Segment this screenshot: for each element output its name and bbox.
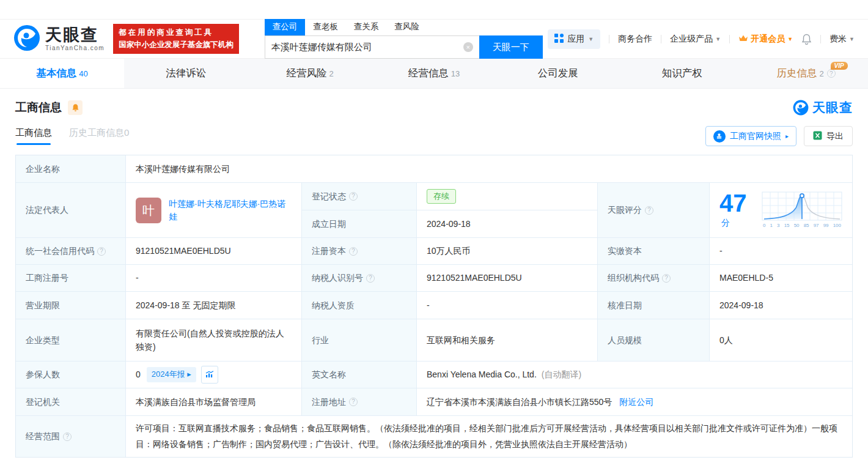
industry-value: 互联网和相关服务: [417, 319, 598, 362]
reg-authority-value: 本溪满族自治县市场监督管理局: [126, 388, 302, 416]
help-icon[interactable]: ?: [349, 398, 358, 406]
subscribe-bell-icon[interactable]: [68, 100, 83, 115]
main-content: 工商信息 天眼查 工商信息 历史工商信息0 工商官网快照 ▸ 导出: [0, 89, 868, 460]
address-value: 辽宁省本溪市本溪满族自治县小市镇长江路550号: [427, 395, 612, 409]
divider: [729, 35, 730, 43]
vip-badge: VIP: [831, 62, 848, 70]
promo-line1: 都在用的商业查询工具: [119, 27, 234, 39]
org-code-value: MAE0EHLD-5: [710, 265, 852, 292]
reg-number-value: -: [126, 265, 302, 292]
auto-translate-note: (自动翻译): [542, 368, 581, 381]
help-icon[interactable]: ?: [349, 247, 358, 256]
address-cell: 辽宁省本溪市本溪满族自治县小市镇长江路550号 附近公司: [417, 388, 852, 416]
menu-vip[interactable]: 开通会员 ▼: [738, 34, 793, 45]
reg-status-cell: 存续: [417, 183, 598, 210]
search-tab-boss[interactable]: 查老板: [305, 19, 346, 35]
search-button[interactable]: 天眼一下: [479, 35, 543, 59]
chevron-down-icon: ▼: [588, 36, 594, 42]
field-label-approval-date: 核准日期: [598, 292, 710, 319]
business-scope-label: 经营范围: [26, 429, 60, 443]
english-name-cell: Benxi Yelena Media Co., Ltd. (自动翻译): [417, 362, 852, 388]
excel-icon: [813, 131, 822, 142]
search-input[interactable]: [271, 42, 463, 53]
field-label-industry: 行业: [302, 319, 417, 362]
help-icon[interactable]: ?: [63, 432, 72, 441]
establish-date-value: 2024-09-18: [417, 210, 598, 238]
help-icon[interactable]: ?: [349, 192, 358, 201]
tab-count: 13: [451, 69, 460, 78]
business-info-table: 企业名称 本溪叶莲娜传媒有限公司 法定代表人 叶 叶莲娜·叶夫格尼耶夫娜·巴热诺…: [15, 155, 853, 458]
field-label-reg-capital: 注册资本 ?: [302, 238, 417, 265]
subtab-history-business-info[interactable]: 历史工商信息0: [69, 127, 129, 145]
top-strip: [0, 0, 868, 20]
chevron-down-icon: ▼: [715, 36, 721, 42]
field-label-reg-number: 工商注册号: [16, 265, 126, 292]
search-tab-company[interactable]: 查公司: [265, 19, 306, 35]
tab-count: 2: [819, 69, 823, 78]
tab-label: 经营风险: [287, 67, 327, 80]
menu-cooperation[interactable]: 商务合作: [618, 34, 652, 45]
tianyancha-logo[interactable]: 天眼查 TianYanCha.com: [13, 24, 105, 54]
enterprise-label: 企业级产品: [670, 34, 713, 45]
legal-rep-avatar[interactable]: 叶: [136, 198, 161, 223]
tab-count: 40: [79, 69, 87, 78]
help-icon[interactable]: ?: [662, 274, 671, 283]
help-icon[interactable]: ?: [366, 274, 375, 283]
export-button[interactable]: 导出: [804, 126, 853, 146]
header-menu: 应用 ▼ 商务合作 企业级产品 ▼ 开通会员 ▼ 费米 ▼: [548, 29, 855, 49]
brand-logo: 天眼查: [793, 99, 853, 116]
brand-name: 天眼查: [812, 99, 853, 116]
nav-tab-operating-risk[interactable]: 经营风险 2: [248, 59, 372, 88]
menu-enterprise[interactable]: 企业级产品 ▼: [670, 34, 721, 45]
divider: [661, 35, 661, 43]
subtab-business-info[interactable]: 工商信息: [15, 127, 52, 145]
reg-capital-value: 10万人民币: [417, 238, 598, 265]
insured-count-value: 0: [136, 368, 141, 381]
search-tab-relation[interactable]: 查关系: [346, 19, 387, 35]
field-label-company-name: 企业名称: [16, 155, 126, 183]
divider: [820, 35, 821, 43]
main-nav-tabs: 基本信息 40 法律诉讼 经营风险 2 经营信息 13 公司发展 知识产权 VI…: [0, 58, 868, 89]
field-label-legal-rep: 法定代表人: [16, 183, 126, 238]
clear-icon[interactable]: ×: [463, 42, 473, 52]
legal-rep-link[interactable]: 叶莲娜·叶夫格尼耶夫娜·巴热诺娃: [169, 198, 292, 223]
help-icon[interactable]: ?: [827, 69, 836, 78]
field-label-establish-date: 成立日期: [302, 210, 417, 238]
field-label-company-type: 企业类型: [16, 319, 126, 362]
org-code-label: 组织机构代码: [608, 271, 659, 284]
annual-report-tag[interactable]: 2024年报 ▸: [147, 367, 196, 382]
tianyan-score-cell[interactable]: 47 分: [710, 183, 852, 238]
help-icon[interactable]: ?: [97, 247, 106, 256]
chevron-down-icon: ▼: [787, 36, 793, 42]
field-label-paid-capital: 实缴资本: [598, 238, 710, 265]
notification-bell[interactable]: [801, 34, 812, 45]
snapshot-button[interactable]: 工商官网快照 ▸: [705, 126, 796, 146]
user-name: 费米: [829, 34, 847, 45]
nearby-companies-link[interactable]: 附近公司: [619, 395, 653, 409]
apps-menu[interactable]: 应用 ▼: [548, 29, 600, 49]
trend-chart-button[interactable]: [201, 366, 218, 383]
nav-tab-history-info[interactable]: VIP 历史信息 2 ?: [744, 59, 868, 88]
tab-count: 2: [329, 69, 334, 78]
search-tab-risk[interactable]: 查风险: [386, 19, 427, 35]
snapshot-label: 工商官网快照: [730, 131, 781, 142]
nav-tab-operating-info[interactable]: 经营信息 13: [372, 59, 496, 88]
credit-code-label: 统一社会信用代码: [26, 244, 94, 258]
brand-eye-icon: [793, 100, 809, 116]
nav-tab-intellectual-property[interactable]: 知识产权: [620, 59, 744, 88]
search-block: 查公司 查老板 查关系 查风险 × 天眼一下: [265, 19, 543, 59]
user-menu[interactable]: 费米 ▼: [829, 34, 855, 45]
nav-tab-company-development[interactable]: 公司发展: [496, 59, 620, 88]
nav-tab-legal[interactable]: 法律诉讼: [124, 59, 248, 88]
help-icon[interactable]: ?: [645, 206, 653, 215]
stamp-icon: [713, 130, 726, 143]
tab-label: 历史信息: [776, 67, 817, 80]
field-label-english-name: 英文名称: [302, 362, 417, 388]
tab-label: 公司发展: [538, 67, 578, 80]
nav-tab-basic-info[interactable]: 基本信息 40: [0, 59, 124, 88]
address-label: 注册地址: [312, 395, 346, 409]
company-type-value: 有限责任公司(自然人投资或控股的法人独资): [126, 319, 302, 362]
promo-line2: 国家中小企业发展子基金旗下机构: [119, 39, 234, 51]
score-axis-ticks: 0131550859799100: [762, 221, 842, 230]
logo-subtitle: TianYanCha.com: [45, 45, 105, 51]
